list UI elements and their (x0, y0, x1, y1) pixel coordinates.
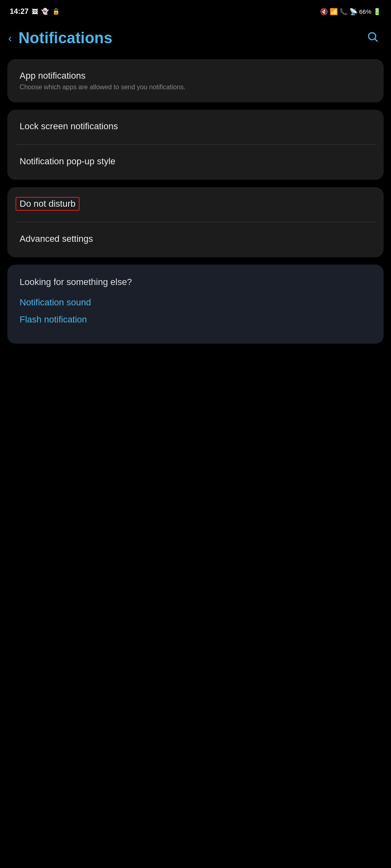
photo-icon: 🖼 (32, 8, 38, 15)
do-not-disturb-item[interactable]: Do not disturb (7, 187, 384, 222)
notification-popup-title: Notification pop-up style (20, 156, 371, 167)
page-title: Notifications (18, 29, 112, 47)
call-icon: 📞 (340, 8, 348, 15)
status-time-area: 14:27 🖼 👻 🔒 (10, 7, 60, 16)
signal-icon: 📡 (349, 8, 358, 15)
wifi-icon: 📶 (330, 8, 338, 15)
flash-notification-link[interactable]: Flash notification (20, 314, 371, 325)
search-icon[interactable] (367, 31, 379, 46)
app-notifications-item[interactable]: App notifications Choose which apps are … (7, 59, 384, 102)
app-notifications-card: App notifications Choose which apps are … (7, 59, 384, 102)
looking-title: Looking for something else? (20, 277, 371, 287)
battery-icon: 🔋 (373, 8, 381, 15)
do-not-disturb-highlight: Do not disturb (16, 197, 80, 211)
status-time: 14:27 (10, 7, 29, 16)
app-notifications-title: App notifications (20, 71, 371, 81)
notification-sound-link[interactable]: Notification sound (20, 297, 371, 308)
dnd-advanced-card: Do not disturb Advanced settings (7, 187, 384, 257)
lock-icon: 🔒 (52, 8, 60, 15)
do-not-disturb-title: Do not disturb (20, 199, 371, 209)
header-left: ‹ Notifications (8, 29, 112, 47)
status-bar: 14:27 🖼 👻 🔒 🔇 📶 📞 📡 66% 🔋 (0, 0, 391, 21)
notification-popup-item[interactable]: Notification pop-up style (7, 145, 384, 180)
advanced-settings-title: Advanced settings (20, 234, 371, 244)
lock-popup-card: Lock screen notifications Notification p… (7, 110, 384, 180)
app-notifications-subtitle: Choose which apps are allowed to send yo… (20, 84, 371, 91)
back-button[interactable]: ‹ (8, 32, 12, 45)
snapchat-icon: 👻 (41, 8, 49, 15)
battery-percent: 66% (359, 8, 371, 15)
page-header: ‹ Notifications (0, 21, 391, 59)
mute-icon: 🔇 (320, 8, 328, 15)
lock-screen-title: Lock screen notifications (20, 121, 371, 132)
advanced-settings-item[interactable]: Advanced settings (7, 222, 384, 257)
lock-screen-item[interactable]: Lock screen notifications (7, 110, 384, 145)
svg-line-1 (375, 39, 377, 41)
looking-card: Looking for something else? Notification… (7, 265, 384, 344)
status-right-icons: 🔇 📶 📞 📡 66% 🔋 (320, 8, 381, 15)
